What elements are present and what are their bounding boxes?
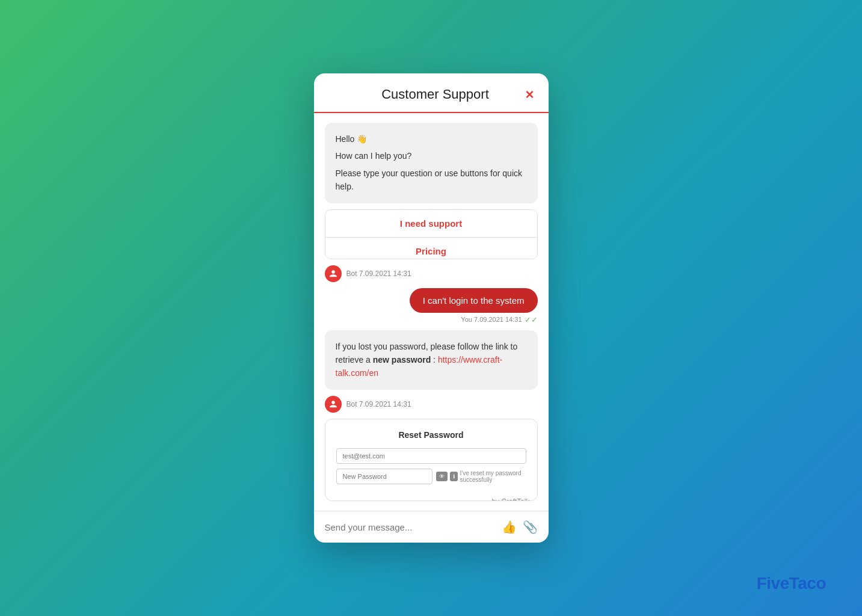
thumbs-up-icon[interactable]: 👍 [502,520,517,534]
info-icon: ℹ [450,472,458,481]
reset-title: Reset Password [336,430,526,440]
close-button[interactable]: × [525,87,534,102]
bot-label-2: Bot 7.09.2021 14:31 [325,396,538,413]
brand-label: FiveTaco [757,574,826,593]
bot-label-1: Bot 7.09.2021 14:31 [325,265,538,282]
quick-buttons-container: I need support Pricing [325,209,538,259]
bot-welcome-bubble: Hello 👋 How can I help you? Please type … [325,123,538,203]
reset-link[interactable]: I've reset my password successfully [460,470,526,483]
help-text: How can I help you? [336,149,527,162]
user-bubble[interactable]: I can't login to the system [410,288,538,313]
by-crafttalk: by CraftTalk [325,495,537,501]
brand-five: Five [757,574,789,593]
chat-widget: Customer Support × Hello 👋 How can I hel… [314,73,549,543]
new-password-field[interactable] [336,469,433,484]
instruction-text: Please type your question or use buttons… [336,167,527,194]
double-check-icon: ✓✓ [525,315,538,324]
bot-avatar-1 [325,265,342,282]
bot-reply-bubble: If you lost you password, please follow … [325,330,538,390]
user-message-row: I can't login to the system You 7.09.202… [325,288,538,324]
chat-title: Customer Support [345,87,526,102]
reset-icons: 👁 ℹ I've reset my password successfully [436,470,526,483]
hello-text: Hello 👋 [336,132,527,146]
bot-avatar-2 [325,396,342,413]
chat-footer: 👍 📎 [314,511,549,543]
bot-timestamp-2: Bot 7.09.2021 14:31 [346,400,411,408]
footer-icons: 👍 📎 [502,520,538,534]
pricing-button[interactable]: Pricing [325,238,537,259]
user-timestamp: You 7.09.2021 14:31 [461,316,522,323]
reset-card-inner: Reset Password 👁 ℹ I've reset my passwor… [325,419,537,495]
user-meta: You 7.09.2021 14:31 ✓✓ [461,315,537,324]
reply-bold: new password [373,355,431,365]
reply-colon: : [433,355,438,365]
brand-taco: Taco [789,574,826,593]
message-input[interactable] [325,522,496,532]
eye-icon: 👁 [436,472,448,481]
attach-icon[interactable]: 📎 [523,520,538,534]
reset-password-card: Reset Password 👁 ℹ I've reset my passwor… [325,419,538,501]
bot-timestamp-1: Bot 7.09.2021 14:31 [346,270,411,278]
i-need-support-button[interactable]: I need support [325,210,537,238]
reset-row: 👁 ℹ I've reset my password successfully [336,469,526,484]
chat-header: Customer Support × [314,73,549,113]
chat-body: Hello 👋 How can I help you? Please type … [314,113,549,511]
email-field[interactable] [336,448,526,464]
